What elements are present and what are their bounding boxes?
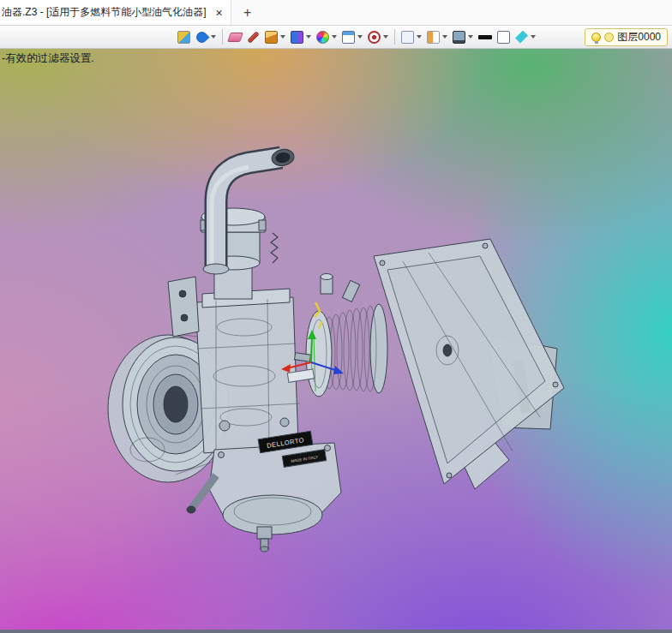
color-wheel-icon [316,31,329,44]
layer-section-icon [515,31,528,44]
zw3d-window: 油器.Z3 - [适用于多燃料节能小型油气化油器] × + 图层0000 -有 [0,0,672,633]
layer-section-button[interactable] [513,27,537,46]
toolbar-spacer [2,37,175,38]
taskbar-edge [0,630,672,633]
layer-name: 图层0000 [617,30,661,45]
erase-icon [227,33,243,42]
solid-3d-button[interactable] [263,27,287,46]
toolbar-separator [394,29,395,45]
blank-style-button[interactable] [495,27,512,46]
tab-bar: 油器.Z3 - [适用于多燃料节能小型油气化油器] × + [0,0,672,26]
dimension-button[interactable] [176,27,192,46]
layout-icon [427,31,440,44]
pencil-edit-icon [247,31,259,43]
color-swatch-button[interactable] [289,27,313,46]
layer-visibility-bulb-icon[interactable] [591,33,601,42]
chevron-down-icon[interactable] [306,35,311,39]
carburetor-model: DELLORTO MADE IN ITALY [0,49,672,630]
chevron-down-icon[interactable] [280,35,285,39]
chevron-down-icon[interactable] [531,35,536,39]
toolbar-separator [222,29,223,45]
chevron-down-icon[interactable] [383,35,388,39]
3d-viewport[interactable]: -有效的过滤器设置. [0,49,672,633]
target-point-button[interactable] [366,27,390,46]
blank-style-icon [497,31,510,44]
color-swatch-icon [291,31,303,44]
display-mode-button[interactable] [451,27,475,46]
display-mode-icon [453,31,465,44]
chevron-down-icon[interactable] [357,35,363,39]
ink-color-button[interactable] [194,27,218,46]
target-point-icon [368,31,381,44]
chevron-down-icon[interactable] [417,35,422,39]
document-tab[interactable]: 油器.Z3 - [适用于多燃料节能小型油气化油器] × [0,0,231,25]
tab-close-icon[interactable]: × [212,5,227,21]
erase-button[interactable] [227,27,243,46]
layer-color-icon[interactable] [604,33,614,42]
color-wheel-button[interactable] [315,27,339,46]
layout-button[interactable] [425,27,449,46]
model-main-body [195,289,310,453]
pencil-edit-button[interactable] [245,27,261,46]
chevron-down-icon[interactable] [332,35,337,39]
window-select-button[interactable] [340,27,364,46]
main-toolbar: 图层0000 [0,26,672,49]
plane-icon [401,31,414,44]
dimension-icon [177,31,190,44]
model-airbox [374,239,564,484]
chevron-down-icon[interactable] [468,35,473,39]
chevron-down-icon[interactable] [442,35,447,39]
line-width-button[interactable] [477,27,494,46]
layer-field[interactable]: 图层0000 [585,28,668,46]
chevron-down-icon[interactable] [211,35,216,39]
ink-color-icon [194,29,209,45]
model-adapter [306,304,387,397]
tab-title: 油器.Z3 - [适用于多燃料节能小型油气化油器] [2,5,207,20]
line-width-icon [478,35,492,39]
window-select-icon [342,31,355,44]
solid-3d-icon [265,31,278,44]
plane-button[interactable] [399,27,423,46]
new-tab-button[interactable]: + [237,0,259,25]
